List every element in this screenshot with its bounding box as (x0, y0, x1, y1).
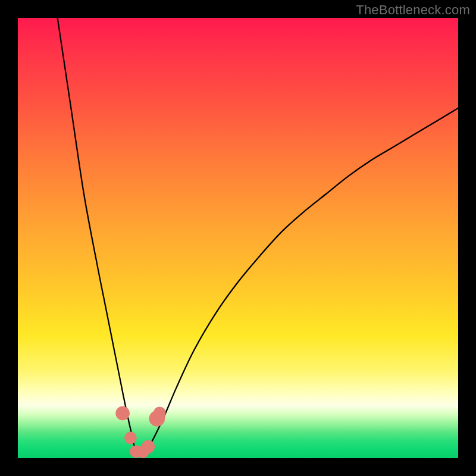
watermark-text: TheBottleneck.com (356, 2, 470, 18)
bottleneck-curve (58, 18, 458, 456)
valley-bead (154, 406, 166, 419)
valley-markers (115, 406, 165, 458)
chart-frame: TheBottleneck.com (0, 0, 476, 476)
valley-bead (124, 432, 137, 444)
valley-bead (115, 406, 130, 421)
valley-bead (142, 440, 155, 453)
curve-layer (18, 18, 458, 458)
plot-area (18, 18, 458, 458)
